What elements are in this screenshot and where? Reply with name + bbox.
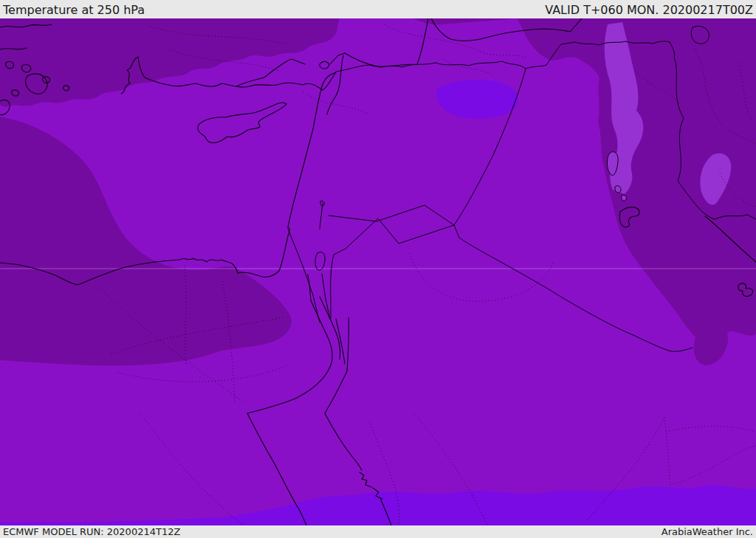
header-bar: Temperature at 250 hPa VALID T+060 MON. … (0, 0, 756, 18)
temperature-map (0, 18, 756, 525)
weather-map-window: Temperature at 250 hPa VALID T+060 MON. … (0, 0, 756, 538)
model-run-label: ECMWF MODEL RUN: 20200214T12Z (3, 526, 180, 538)
map-canvas (0, 18, 756, 525)
lake-razzaza (622, 195, 627, 201)
brand-label: ArabiaWeather Inc. (662, 526, 753, 538)
page-title: Temperature at 250 hPa (3, 1, 145, 18)
footer-bar: ECMWF MODEL RUN: 20200214T12Z ArabiaWeat… (0, 525, 756, 538)
lake-habbaniyah (615, 186, 621, 193)
lake-urmia (691, 26, 709, 44)
valid-time-label: VALID T+060 MON. 20200217T00Z (545, 1, 753, 18)
